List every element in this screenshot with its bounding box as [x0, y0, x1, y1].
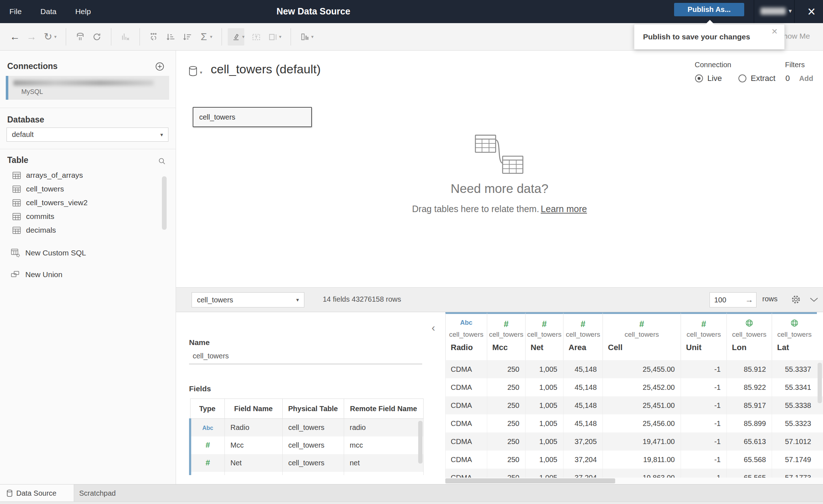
column-table-label: cell_towers — [446, 331, 487, 339]
sort-ascending-icon — [166, 32, 176, 42]
column-header[interactable]: Type — [190, 399, 224, 419]
row-limit-box: → — [710, 292, 756, 307]
tab-data-source[interactable]: Data Source — [0, 484, 74, 502]
filters-count: 0 — [785, 74, 790, 83]
collapse-panel-button[interactable]: ‹ — [427, 322, 440, 334]
datasource-pause-icon — [75, 32, 85, 42]
custom-sql-icon — [11, 249, 20, 257]
cell: 55.3341 — [772, 378, 817, 396]
cell: -1 — [681, 378, 726, 396]
column-header[interactable]: Physical Table — [282, 399, 344, 419]
sidebar-item-commits[interactable]: commits — [0, 210, 159, 223]
clear-sheet-button[interactable] — [117, 28, 134, 46]
totals-caret-icon[interactable]: ▾ — [210, 34, 216, 39]
field-row-radio[interactable]: Abc Radio cell_towers radio — [190, 419, 423, 436]
datasource-cylinder-icon[interactable] — [188, 66, 198, 77]
grid-horizontal-scrollbar-thumb[interactable] — [445, 478, 615, 483]
fit-view-caret-icon[interactable]: ▾ — [311, 34, 317, 39]
new-custom-sql-button[interactable]: New Custom SQL — [0, 246, 159, 260]
remote-field-cell: net — [344, 454, 423, 472]
user-menu-caret-icon[interactable]: ▾ — [789, 7, 792, 15]
tooltip-close-button[interactable]: × — [768, 25, 781, 38]
connection-item-mysql[interactable]: MySQL — [6, 76, 169, 100]
menu-file[interactable]: File — [9, 7, 22, 16]
refresh-datasource-button[interactable] — [89, 28, 105, 46]
sort-ascending-button[interactable] — [162, 28, 179, 46]
swap-rows-columns-button[interactable] — [146, 28, 162, 46]
sort-descending-button[interactable] — [179, 28, 196, 46]
cell: 37,204 — [563, 451, 603, 469]
physical-table-cell: cell_towers — [282, 454, 344, 472]
table-name-field[interactable] — [189, 350, 422, 364]
cell: 57.1012 — [772, 432, 817, 451]
apply-rows-arrow-icon[interactable]: → — [745, 295, 753, 305]
grid-column-header-area[interactable]: # cell_towers Area — [563, 312, 603, 360]
highlight-caret-icon[interactable]: ▾ — [242, 34, 248, 39]
field-row-net[interactable]: # Net cell_towers net — [190, 454, 423, 472]
extract-radio-label: Extract — [751, 74, 775, 83]
grid-column-header-cell[interactable]: # cell_towers Cell — [603, 312, 681, 360]
sidebar-item-arrays-of-arrays[interactable]: arrays_of_arrays — [0, 168, 159, 182]
field-row-mcc[interactable]: # Mcc cell_towers mcc — [190, 436, 423, 454]
extract-radio[interactable] — [738, 74, 746, 82]
grid-column-header-radio[interactable]: Abc cell_towers Radio — [445, 312, 487, 360]
column-table-label: cell_towers — [681, 331, 726, 339]
menu-data[interactable]: Data — [40, 7, 56, 16]
grid-column-header-lon[interactable]: cell_towers Lon — [726, 312, 772, 360]
cell: 85.922 — [726, 378, 772, 396]
new-union-button[interactable]: New Union — [0, 267, 159, 282]
grid-column-header-lat[interactable]: cell_towers Lat — [772, 312, 817, 360]
table-row: CDMA2501,00537,20419,811.00-165.56857.17… — [445, 451, 823, 469]
grid-column-header-mcc[interactable]: # cell_towers Mcc — [487, 312, 525, 360]
number-type-icon: # — [701, 319, 706, 329]
add-connection-icon[interactable] — [155, 61, 165, 72]
table-row: CDMA2501,00545,14825,452.00-185.92255.33… — [445, 378, 823, 396]
sidebar-scrollbar[interactable] — [162, 176, 167, 230]
table-item-label: commits — [26, 212, 54, 221]
pause-updates-button[interactable] — [72, 28, 89, 46]
cell: 55.3338 — [772, 396, 817, 414]
sidebar-item-decimals[interactable]: decimals — [0, 223, 159, 237]
column-header[interactable]: Field Name — [224, 399, 282, 419]
filters-label: Filters — [785, 61, 805, 69]
redo-button[interactable]: → — [23, 28, 40, 46]
row-limit-input[interactable] — [714, 296, 743, 304]
grid-vertical-scrollbar[interactable] — [818, 363, 822, 403]
menu-help[interactable]: Help — [75, 7, 91, 16]
column-table-label: cell_towers — [603, 331, 681, 339]
sort-descending-icon — [182, 32, 192, 42]
gear-icon[interactable] — [790, 294, 801, 305]
filters-add-button[interactable]: Add — [799, 74, 813, 83]
column-field-name: Net — [531, 343, 563, 352]
close-icon: × — [807, 4, 815, 20]
cell: 45,148 — [563, 414, 603, 432]
database-select[interactable]: default ▾ — [7, 128, 168, 142]
cell: -1 — [681, 414, 726, 432]
live-radio-group[interactable]: Live — [695, 74, 722, 83]
tab-scratchpad[interactable]: Scratchpad — [74, 484, 193, 502]
live-radio[interactable] — [695, 74, 703, 82]
chevron-down-icon[interactable] — [809, 297, 819, 303]
globe-icon — [745, 319, 753, 327]
extract-radio-group[interactable]: Extract — [738, 74, 775, 83]
grid-horizontal-scrollbar-track[interactable] — [445, 478, 823, 484]
window-close-button[interactable]: × — [802, 1, 820, 22]
cell: 45,148 — [563, 396, 603, 414]
search-icon[interactable] — [158, 157, 166, 165]
cell-size-button[interactable] — [265, 28, 281, 46]
fields-table-scrollbar[interactable] — [418, 421, 423, 464]
sidebar-item-cell-towers[interactable]: cell_towers — [0, 182, 159, 196]
undo-button[interactable]: ← — [7, 28, 23, 46]
sidebar-divider — [0, 149, 176, 149]
datasource-caret-icon[interactable]: ▾ — [200, 70, 202, 75]
label-button[interactable] — [248, 28, 265, 46]
grid-column-header-unit[interactable]: # cell_towers Unit — [681, 312, 726, 360]
replay-caret-icon[interactable]: ▾ — [54, 34, 60, 39]
sidebar-item-cell-towers-view2[interactable]: cell_towers_view2 — [0, 196, 159, 210]
canvas-table-node[interactable]: cell_towers — [193, 107, 312, 127]
grid-table-select[interactable]: cell_towers ▾ — [192, 292, 304, 307]
publish-as-button[interactable]: Publish As... — [674, 3, 744, 16]
column-header[interactable]: Remote Field Name — [344, 399, 423, 419]
learn-more-link[interactable]: Learn more — [541, 204, 587, 214]
grid-column-header-net[interactable]: # cell_towers Net — [525, 312, 563, 360]
